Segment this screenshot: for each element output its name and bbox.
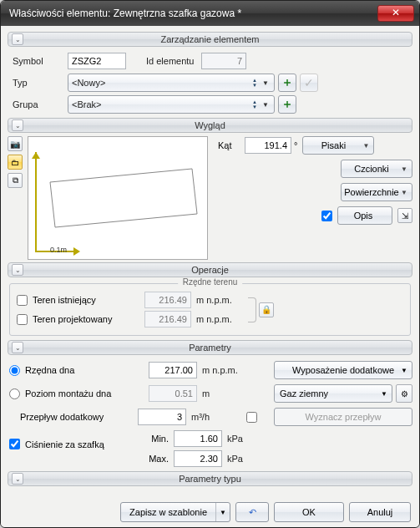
equipment-dropdown[interactable]: Wyposażenie dodatkowe▼ (274, 361, 412, 379)
titlebar: Właściwości elementu: Zewnętrzna szafka … (1, 1, 419, 26)
dialog-footer: Zapisz w szablonie ▼ ↶ OK Anuluj (8, 497, 412, 524)
section-title: Operacje (191, 265, 229, 275)
id-field (201, 53, 246, 69)
preview-canvas[interactable]: 0.1m (28, 136, 208, 260)
p-unit: kPa (227, 454, 274, 464)
surfaces-button[interactable]: Powierzchnie▼ (341, 183, 412, 201)
terrain-existing-checkbox[interactable] (17, 295, 28, 306)
poziom-radio[interactable] (9, 388, 20, 399)
max-input[interactable] (174, 450, 222, 467)
terrain-unit: m n.p.m. (196, 295, 243, 305)
compute-flow-button: Wyznacz przepływ (274, 408, 412, 426)
terrain-fieldset: Rzędne terenu Teren istniejący m n.p.m. … (9, 283, 411, 336)
angle-input[interactable] (245, 137, 291, 154)
desc-extra-icon[interactable]: ⇲ (397, 208, 412, 223)
symbol-label: Symbol (8, 56, 68, 66)
terrain-projected-label: Teren projektowany (33, 314, 144, 324)
flow-label: Przepływ dodatkowy (20, 412, 138, 422)
collapse-icon[interactable]: ⌄ (12, 342, 23, 353)
type-dropdown[interactable]: <Nowy> ▲▼ ▼ (68, 74, 275, 92)
desc-button[interactable]: Opis (337, 206, 392, 225)
element-shape (48, 167, 199, 234)
add-group-button[interactable]: ＋ (278, 95, 296, 114)
section-header-type-params: ⌄ Parametry typu (8, 471, 412, 486)
section-title: Wygląd (195, 120, 225, 130)
svg-marker-0 (50, 169, 197, 227)
window-title: Właściwości elementu: Zewnętrzna szafka … (6, 8, 377, 19)
poziom-label: Poziom montażu dna (25, 388, 149, 399)
confirm-type-button: ✓ (300, 74, 318, 92)
gas-settings-icon[interactable]: ⚙ (396, 384, 412, 403)
fonts-button[interactable]: Czcionki▼ (341, 160, 412, 178)
flow-input[interactable] (138, 409, 186, 425)
collapse-icon[interactable]: ⌄ (12, 33, 23, 45)
section-title: Zarządzanie elementem (160, 34, 259, 44)
type-label: Typ (8, 78, 68, 88)
poziom-value (149, 385, 197, 402)
check-icon: ✓ (304, 76, 314, 89)
pressure-label: Ciśnienie za szafką (25, 439, 137, 449)
save-template-button[interactable]: Zapisz w szablonie ▼ (120, 502, 230, 522)
close-button[interactable]: ✕ (377, 5, 414, 22)
section-title: Parametry typu (179, 474, 241, 484)
symbol-input[interactable] (68, 53, 126, 69)
undo-button[interactable]: ↶ (235, 502, 269, 522)
collapse-icon[interactable]: ⌄ (12, 264, 23, 276)
rzedna-input[interactable] (149, 362, 197, 378)
copy-icon[interactable]: ⧉ (8, 173, 23, 188)
terrain-projected-value (144, 311, 191, 327)
flow-unit: m³/h (191, 412, 238, 422)
terrain-legend: Rzędne terenu (178, 277, 243, 287)
desc-checkbox[interactable] (321, 211, 332, 221)
plus-icon: ＋ (281, 75, 293, 90)
angle-label: Kąt (218, 140, 245, 150)
min-input[interactable] (174, 430, 222, 447)
expand-icon[interactable]: ⌄ (12, 473, 23, 485)
dialog-window: Właściwości elementu: Zewnętrzna szafka … (0, 0, 420, 528)
min-label: Min. (142, 434, 169, 444)
camera-icon[interactable]: 📷 (8, 136, 23, 151)
terrain-existing-value (144, 292, 191, 308)
group-dropdown[interactable]: <Brak> ▲▼ ▼ (68, 95, 275, 114)
chevron-down-icon[interactable]: ▼ (216, 509, 230, 516)
terrain-unit: m n.p.m. (196, 314, 243, 324)
p-unit: kPa (227, 434, 274, 444)
section-header-ops: ⌄ Operacje (8, 262, 412, 277)
terrain-projected-checkbox[interactable] (17, 314, 28, 325)
ok-button[interactable]: OK (274, 502, 344, 522)
pressure-checkbox[interactable] (9, 439, 20, 449)
scale-label: 0.1m (50, 246, 67, 254)
gas-dropdown[interactable]: Gaz ziemny▼ (274, 384, 392, 403)
group-label: Grupa (8, 99, 68, 109)
lock-icon[interactable]: 🔒 (259, 302, 274, 317)
id-label: Id elementu (141, 56, 201, 66)
pens-button[interactable]: Pisaki▼ (302, 136, 374, 155)
plus-icon: ＋ (281, 97, 293, 112)
max-label: Max. (142, 454, 169, 464)
flow-checkbox[interactable] (246, 412, 257, 423)
cancel-button[interactable]: Anuluj (349, 502, 411, 522)
collapse-icon[interactable]: ⌄ (12, 119, 23, 131)
rzedna-unit: m n.p.m. (202, 365, 249, 375)
rzedna-label: Rzędna dna (25, 365, 149, 375)
terrain-existing-label: Teren istniejący (33, 295, 144, 305)
section-header-look: ⌄ Wygląd (8, 118, 412, 133)
section-title: Parametry (189, 343, 231, 353)
angle-unit: ° (294, 140, 297, 150)
poziom-unit: m (202, 388, 249, 399)
add-type-button[interactable]: ＋ (278, 74, 296, 92)
section-header-manage: ⌄ Zarządzanie elementem (8, 32, 412, 47)
folder-icon[interactable]: 🗀 (8, 155, 23, 170)
rzedna-radio[interactable] (9, 365, 20, 376)
section-header-params: ⌄ Parametry (8, 340, 412, 355)
undo-icon: ↶ (249, 507, 256, 518)
